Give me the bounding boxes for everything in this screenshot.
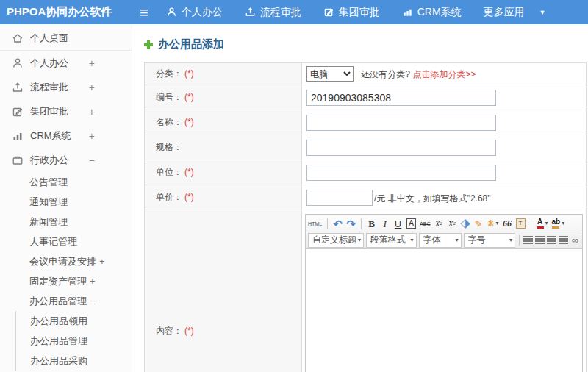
align-justify-button[interactable] — [559, 234, 568, 247]
sidebar-item-news-mgmt[interactable]: 新闻管理 — [0, 212, 132, 232]
align-right-button[interactable] — [547, 234, 556, 247]
subscript-base: X — [448, 220, 453, 228]
chevron-down-icon: ▾ — [545, 221, 548, 226]
required-mark: (*) — [184, 192, 194, 202]
expand-plus-icon[interactable]: + — [90, 276, 96, 287]
sidebar-item-label: 通知管理 — [29, 196, 68, 207]
user-icon — [12, 57, 24, 69]
superscript-button[interactable]: X2 — [434, 217, 443, 230]
chevron-down-icon: ▾ — [509, 237, 512, 243]
edit-icon — [323, 7, 334, 18]
add-category-link[interactable]: 点击添加分类>> — [412, 69, 476, 79]
sidebar-item-workflow-approval[interactable]: 流程审批 + — [0, 75, 132, 99]
custom-title-dropdown[interactable]: 自定义标题▾ — [308, 233, 364, 248]
unit-input[interactable] — [306, 165, 496, 181]
nav-label: 流程审批 — [260, 6, 301, 19]
sidebar-item-notice-mgmt[interactable]: 通知管理 — [0, 192, 132, 212]
sidebar-item-announcement-mgmt[interactable]: 公告管理 — [0, 172, 132, 192]
sidebar-item-label: 个人办公 — [30, 57, 68, 70]
font-border-button[interactable]: A — [406, 218, 416, 229]
expand-plus-icon[interactable]: + — [99, 256, 105, 267]
sidebar-item-office-supplies-manage[interactable]: 办公用品管理 — [16, 331, 132, 351]
nav-label: 集团审批 — [339, 6, 380, 19]
highlight-color-button[interactable]: ab▾ — [552, 217, 565, 230]
nav-personal-office[interactable]: 个人办公 — [166, 6, 223, 19]
italic-button[interactable]: I — [380, 217, 390, 230]
subscript-button[interactable]: X2 — [447, 217, 456, 230]
nav-crm-system[interactable]: CRM系统 — [402, 6, 462, 19]
chevron-down-icon: ▾ — [496, 221, 499, 226]
sidebar-item-label: 大事记管理 — [29, 236, 77, 247]
sidebar-item-personal-office[interactable]: 个人办公 + — [0, 51, 132, 75]
top-nav: 个人办公 流程审批 集团审批 CRM系统 更多应用 ▼ — [166, 6, 546, 19]
sidebar-item-meeting-apply[interactable]: 会议申请及安排+ — [0, 251, 132, 271]
font-color-button[interactable]: A▾ — [537, 217, 548, 230]
sidebar-item-crm[interactable]: CRM系统 + — [0, 124, 132, 148]
unit-label-cell: 单位：(*) — [145, 160, 302, 185]
sidebar-item-memorabilia-mgmt[interactable]: 大事记管理 — [0, 232, 132, 251]
category-label-cell: 分类：(*) — [145, 63, 302, 85]
nav-more-apps[interactable]: 更多应用 — [484, 6, 525, 19]
expand-plus-icon[interactable]: + — [89, 82, 95, 93]
expand-plus-icon[interactable]: + — [89, 57, 95, 69]
dropdown-label: 字号 — [468, 234, 486, 246]
superscript-mark: 2 — [440, 221, 443, 226]
nav-label: 更多应用 — [484, 6, 525, 19]
caret-down-icon[interactable]: ▼ — [539, 9, 546, 16]
paste-as-text-icon[interactable]: T — [516, 218, 526, 229]
align-center-button[interactable] — [535, 234, 545, 247]
underline-button[interactable]: U — [393, 217, 403, 230]
content-label-cell: 内容：(*) — [145, 210, 302, 372]
dropdown-label: 字体 — [423, 234, 441, 246]
category-select[interactable]: 电脑 — [306, 66, 354, 82]
sidebar-item-label: 流程审批 — [30, 81, 68, 94]
field-label: 分类： — [156, 68, 182, 79]
font-size-dropdown[interactable]: 字号▾ — [464, 233, 516, 248]
expand-plus-icon[interactable]: + — [89, 106, 95, 118]
eraser-icon[interactable]: ◪ — [457, 215, 473, 232]
code-input[interactable] — [306, 90, 496, 106]
spec-input[interactable] — [306, 140, 496, 156]
html-source-button[interactable]: HTML — [308, 217, 322, 230]
rich-text-editor: HTML ↶ ↷ B I U A ABC X2 X2 ◪ — [305, 214, 583, 372]
sidebar-item-group-approval[interactable]: 集团审批 + — [0, 99, 132, 124]
blockquote-button[interactable]: 66 — [503, 217, 512, 230]
strikethrough-button[interactable]: ABC — [420, 217, 430, 230]
menu-toggle-icon[interactable]: ≡ — [140, 5, 148, 20]
sidebar-item-admin-office[interactable]: 行政办公 − — [0, 148, 132, 172]
dropdown-label: 自定义标题 — [312, 234, 356, 246]
field-label: 规格： — [156, 142, 182, 152]
font-family-dropdown[interactable]: 字体▾ — [419, 233, 462, 248]
bold-button[interactable]: B — [367, 217, 376, 230]
field-label: 单价： — [156, 192, 182, 202]
sidebar-item-office-supplies-claim[interactable]: 办公用品领用 — [16, 311, 132, 331]
nav-group-approval[interactable]: 集团审批 — [323, 6, 380, 19]
main-content: 办公用品添加 分类：(*) 电脑 还没有分类? 点击添加分类>> 编号：(*) — [132, 24, 588, 372]
collapse-minus-icon[interactable]: − — [89, 154, 95, 166]
sidebar-item-office-supplies-mgmt[interactable]: 办公用品管理− — [0, 291, 132, 311]
highlight-color-bar — [552, 226, 559, 229]
topbar: PHPOA协同办公软件 ≡ 个人办公 流程审批 集团审批 CRM系统 — [0, 0, 588, 24]
name-input[interactable] — [306, 115, 496, 131]
undo-button[interactable]: ↶ — [333, 217, 343, 230]
sidebar-item-office-supplies-purchase[interactable]: 办公用品采购 — [16, 351, 132, 371]
code-row: 编号：(*) — [145, 85, 587, 110]
sidebar-item-personal-desktop[interactable]: 个人桌面 — [0, 26, 132, 51]
format-brush-icon[interactable]: ✎ — [473, 217, 483, 230]
field-label: 名称： — [156, 117, 182, 127]
nav-workflow-approval[interactable]: 流程审批 — [245, 6, 301, 19]
price-input[interactable] — [306, 190, 373, 206]
autoformat-icon[interactable]: ❋▾ — [487, 217, 498, 230]
editor-content-area[interactable] — [306, 249, 582, 372]
field-label: 编号： — [156, 92, 182, 102]
sidebar-item-fixed-assets-mgmt[interactable]: 固定资产管理+ — [0, 271, 132, 291]
link-icon[interactable]: ∞ — [570, 234, 580, 247]
sidebar-item-label: 新闻管理 — [29, 216, 68, 227]
redo-button[interactable]: ↷ — [346, 217, 356, 230]
name-field-cell — [302, 110, 587, 135]
expand-plus-icon[interactable]: + — [89, 130, 95, 142]
unit-field-cell — [302, 160, 587, 185]
collapse-minus-icon[interactable]: − — [90, 296, 96, 307]
align-left-button[interactable] — [523, 234, 533, 247]
paragraph-format-dropdown[interactable]: 段落格式▾ — [366, 233, 417, 248]
